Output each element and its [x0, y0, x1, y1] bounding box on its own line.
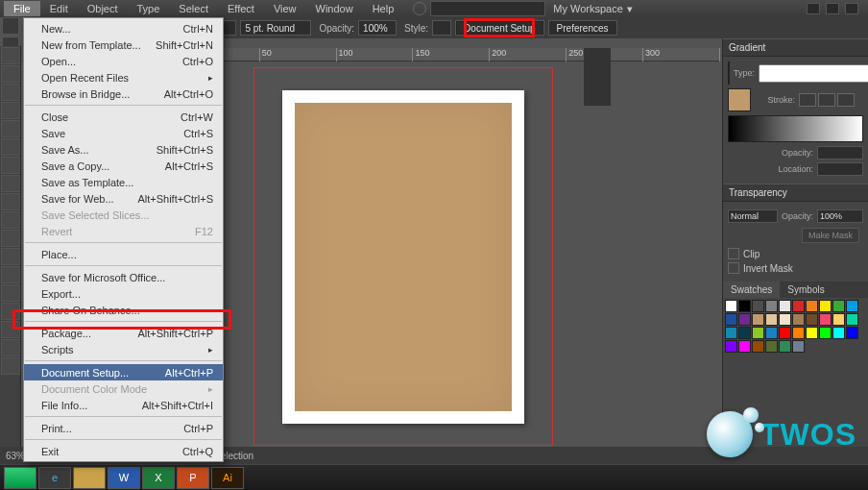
transparency-panel-title[interactable]: Transparency	[723, 184, 868, 202]
menu-item-print[interactable]: Print...Ctrl+P	[24, 420, 223, 436]
artboard-tool[interactable]	[1, 321, 20, 338]
brush-tool[interactable]	[1, 175, 20, 192]
swatch[interactable]	[738, 340, 751, 353]
swatch[interactable]	[725, 340, 737, 353]
menu-item-new-from-template[interactable]: New from Template...Shift+Ctrl+N	[24, 37, 223, 53]
menu-select[interactable]: Select	[169, 1, 218, 16]
preferences-button[interactable]: Preferences	[548, 20, 617, 36]
app-icon[interactable]	[2, 17, 19, 35]
make-mask-button[interactable]: Make Mask	[802, 228, 859, 243]
explorer-icon[interactable]	[73, 467, 106, 489]
magic-wand-tool[interactable]	[1, 84, 20, 101]
swatch[interactable]	[779, 300, 791, 312]
swatch[interactable]	[819, 327, 832, 339]
swatch[interactable]	[819, 313, 832, 326]
swatch[interactable]	[792, 327, 805, 339]
pen-tool[interactable]	[1, 102, 20, 119]
trans-opacity-input[interactable]	[817, 209, 863, 223]
width-tool[interactable]	[1, 266, 20, 283]
ie-icon[interactable]: e	[38, 467, 71, 489]
zoom-level[interactable]: 63%	[6, 451, 25, 461]
brush-select[interactable]	[240, 20, 311, 36]
rectangle-tool[interactable]	[1, 157, 20, 174]
swatch[interactable]	[832, 327, 845, 339]
swatch[interactable]	[738, 313, 751, 326]
gradient-opacity-input[interactable]	[817, 146, 863, 159]
swatch[interactable]	[765, 313, 778, 326]
menu-item-save-for-microsoft-office[interactable]: Save for Microsoft Office...	[24, 269, 223, 285]
gradient-fill-swatch[interactable]	[728, 61, 730, 85]
clip-checkbox[interactable]	[728, 248, 739, 259]
powerpoint-icon[interactable]: P	[177, 467, 209, 489]
eyedropper-tool[interactable]	[1, 303, 20, 320]
close-button[interactable]	[845, 3, 858, 14]
direct-selection-tool[interactable]	[1, 65, 20, 83]
swatch[interactable]	[806, 300, 818, 312]
swatch[interactable]	[792, 313, 805, 326]
swatch[interactable]	[752, 340, 764, 353]
swatch[interactable]	[819, 300, 832, 312]
menu-item-export[interactable]: Export...	[24, 285, 223, 302]
swatch[interactable]	[725, 300, 737, 312]
maximize-button[interactable]	[826, 3, 839, 14]
menu-item-save[interactable]: SaveCtrl+S	[24, 125, 223, 141]
gradient-panel-title[interactable]: Gradient	[723, 38, 868, 57]
document-setup-button[interactable]: Document Setup	[455, 20, 544, 36]
menu-item-scripts[interactable]: Scripts▸	[24, 341, 223, 357]
menu-item-open-recent-files[interactable]: Open Recent Files▸	[24, 69, 223, 86]
swatch[interactable]	[765, 300, 778, 312]
menu-help[interactable]: Help	[363, 1, 404, 16]
hand-tool[interactable]	[1, 339, 20, 356]
swatch[interactable]	[765, 340, 778, 353]
swatch[interactable]	[792, 340, 805, 353]
swatch[interactable]	[779, 340, 791, 353]
menu-item-revert[interactable]: RevertF12	[24, 223, 223, 239]
gradient-preview[interactable]	[728, 115, 863, 142]
zoom-tool[interactable]	[1, 357, 20, 375]
search-icon[interactable]	[413, 2, 426, 15]
menu-file[interactable]: File	[4, 1, 40, 16]
menu-window[interactable]: Window	[306, 1, 363, 16]
scale-tool[interactable]	[1, 248, 20, 265]
swatch[interactable]	[792, 300, 805, 312]
tab-symbols[interactable]: Symbols	[780, 282, 832, 298]
menu-item-save-as[interactable]: Save As...Shift+Ctrl+S	[24, 141, 223, 158]
artwork-rectangle[interactable]	[295, 103, 512, 411]
artboard[interactable]	[282, 90, 524, 424]
menu-effect[interactable]: Effect	[218, 1, 264, 16]
opacity-input[interactable]	[358, 20, 397, 36]
menu-item-document-setup[interactable]: Document Setup...Alt+Ctrl+P	[24, 364, 223, 380]
menu-item-close[interactable]: CloseCtrl+W	[24, 109, 223, 125]
gradient-tool[interactable]	[1, 284, 20, 302]
pencil-tool[interactable]	[1, 193, 20, 210]
swatch[interactable]	[832, 313, 845, 326]
menu-item-package[interactable]: Package...Alt+Shift+Ctrl+P	[24, 325, 223, 341]
menu-view[interactable]: View	[264, 1, 306, 16]
swatch[interactable]	[779, 327, 791, 339]
line-tool[interactable]	[1, 138, 20, 156]
menu-item-save-a-copy[interactable]: Save a Copy...Alt+Ctrl+S	[24, 158, 223, 174]
minimize-button[interactable]	[807, 3, 820, 14]
menu-edit[interactable]: Edit	[40, 1, 78, 16]
swatch[interactable]	[846, 327, 858, 339]
swatch[interactable]	[846, 300, 858, 312]
swatch[interactable]	[725, 313, 737, 326]
menu-item-browse-in-bridge[interactable]: Browse in Bridge...Alt+Ctrl+O	[24, 86, 223, 102]
menu-object[interactable]: Object	[78, 1, 128, 16]
swatch[interactable]	[752, 300, 764, 312]
swatch[interactable]	[752, 313, 764, 326]
swatch[interactable]	[752, 327, 764, 339]
menu-item-open[interactable]: Open...Ctrl+O	[24, 53, 223, 69]
swatch[interactable]	[738, 300, 751, 312]
gradient-location-input[interactable]	[817, 162, 863, 176]
graphic-style-select[interactable]	[432, 20, 451, 36]
blend-mode-select[interactable]	[728, 209, 778, 223]
gradient-stroke-swatch[interactable]	[728, 88, 751, 111]
start-button[interactable]	[4, 467, 36, 489]
menu-type[interactable]: Type	[128, 1, 170, 16]
swatch[interactable]	[832, 300, 845, 312]
type-tool[interactable]	[1, 120, 20, 137]
excel-icon[interactable]: X	[142, 467, 175, 489]
workspace-selector[interactable]: My Workspace ▾	[553, 3, 633, 15]
swatch[interactable]	[846, 313, 858, 326]
